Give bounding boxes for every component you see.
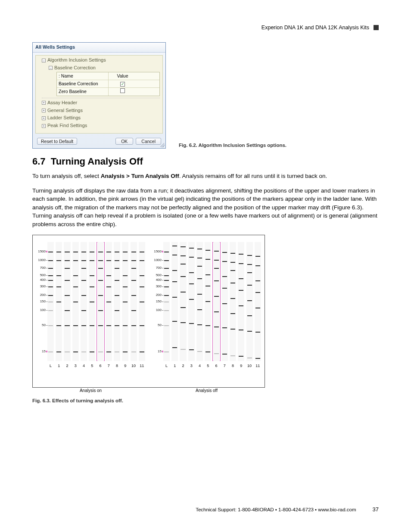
table-header-row: : Name Value: [57, 72, 159, 80]
table-row: Baseline Correction ✓: [57, 80, 159, 88]
divider: [42, 98, 160, 98]
settings-table: : Name Value Baseline Correction ✓ Zero …: [56, 72, 160, 96]
tree-node-algorithm-inclusion[interactable]: – Algorithm Inclusion Settings: [36, 56, 162, 64]
table-row: Zero Baseline: [57, 88, 159, 95]
cancel-button[interactable]: Cancel: [136, 138, 161, 145]
gel-x-labels: L1234567891011: [47, 363, 146, 369]
figure-6-2-caption: Fig. 6.2. Algorithm Inclusion Settings o…: [179, 142, 286, 149]
figure-6-3-gel-image: 150010007005004003002001501005015 L12345…: [32, 235, 265, 388]
expand-icon[interactable]: +: [42, 109, 46, 112]
expand-icon[interactable]: +: [42, 101, 46, 105]
tree-label: Algorithm Inclusion Settings: [47, 57, 106, 64]
tree-label: Ladder Settings: [47, 115, 81, 121]
menu-path: Analysis > Turn Analysis Off: [101, 173, 179, 179]
row-value[interactable]: ✓: [109, 80, 137, 87]
gel-panel-analysis-on: 150010007005004003002001501005015 L12345…: [33, 240, 149, 373]
tree-node-assay-header[interactable]: + Assay Header: [36, 99, 162, 107]
gel-lanes: [162, 242, 262, 361]
col-name: : Name: [57, 72, 109, 80]
all-wells-settings-dialog: All Wells Settings – Algorithm Inclusion…: [32, 42, 166, 149]
tree-node-general-settings[interactable]: + General Settings: [36, 107, 162, 115]
section-title: Turning Analysis Off: [51, 156, 143, 167]
tree-node-baseline-correction[interactable]: – Baseline Correction: [36, 64, 162, 72]
page-number: 37: [373, 506, 379, 514]
gel-left-caption: Analysis on: [33, 388, 149, 394]
tree-label: Peak Find Settings: [47, 122, 87, 129]
section-heading: 6.7 Turning Analysis Off: [32, 155, 379, 168]
figure-6-3-caption: Fig. 6.3. Effects of turning analysis of…: [32, 397, 379, 404]
resize-grip-icon[interactable]: [160, 143, 165, 147]
section-number: 6.7: [32, 156, 46, 167]
dialog-buttonbar: Reset to Default OK Cancel: [33, 136, 165, 148]
tree-label: Baseline Correction: [54, 65, 96, 72]
row-name: Baseline Correction: [57, 80, 109, 87]
page-header: Experion DNA 1K and DNA 12K Analysis Kit…: [32, 24, 379, 31]
row-name: Zero Baseline: [57, 88, 109, 95]
gel-right-caption: Analysis off: [149, 388, 265, 394]
gel-y-axis: 150010007005004003002001501005015: [33, 242, 47, 361]
paragraph: Turning analysis off displays the raw da…: [32, 187, 379, 229]
checkbox-checked-icon: ✓: [120, 82, 125, 87]
header-marker-icon: [374, 25, 379, 30]
checkbox-unchecked-icon: [120, 88, 125, 93]
dialog-body: – Algorithm Inclusion Settings – Baselin…: [35, 55, 163, 134]
gel-panel-analysis-off: 150010007005004003002001501005015 L12345…: [149, 240, 265, 373]
paragraph: To turn analysis off, select Analysis > …: [32, 172, 379, 180]
tree-label: Assay Header: [47, 100, 77, 106]
collapse-icon[interactable]: –: [49, 66, 53, 70]
dialog-title: All Wells Settings: [33, 43, 165, 53]
footer-text: Technical Support: 1-800-4BIORAD • 1-800…: [196, 506, 356, 513]
tree-label: General Settings: [47, 107, 83, 114]
header-title: Experion DNA 1K and DNA 12K Analysis Kit…: [262, 24, 369, 31]
reset-to-default-button[interactable]: Reset to Default: [37, 138, 77, 145]
gel-x-labels: L1234567891011: [162, 363, 262, 369]
col-value: Value: [109, 72, 137, 80]
ok-button[interactable]: OK: [115, 138, 133, 145]
expand-icon[interactable]: +: [42, 124, 46, 128]
tree-node-peak-find-settings[interactable]: + Peak Find Settings: [36, 122, 162, 130]
page-footer: Technical Support: 1-800-4BIORAD • 1-800…: [32, 506, 379, 514]
gel-y-axis: 150010007005004003002001501005015: [149, 242, 162, 361]
row-value[interactable]: [109, 88, 137, 95]
tree-node-ladder-settings[interactable]: + Ladder Settings: [36, 114, 162, 122]
expand-icon[interactable]: +: [42, 116, 46, 120]
collapse-icon[interactable]: –: [42, 59, 46, 62]
gel-lanes: [47, 242, 146, 361]
